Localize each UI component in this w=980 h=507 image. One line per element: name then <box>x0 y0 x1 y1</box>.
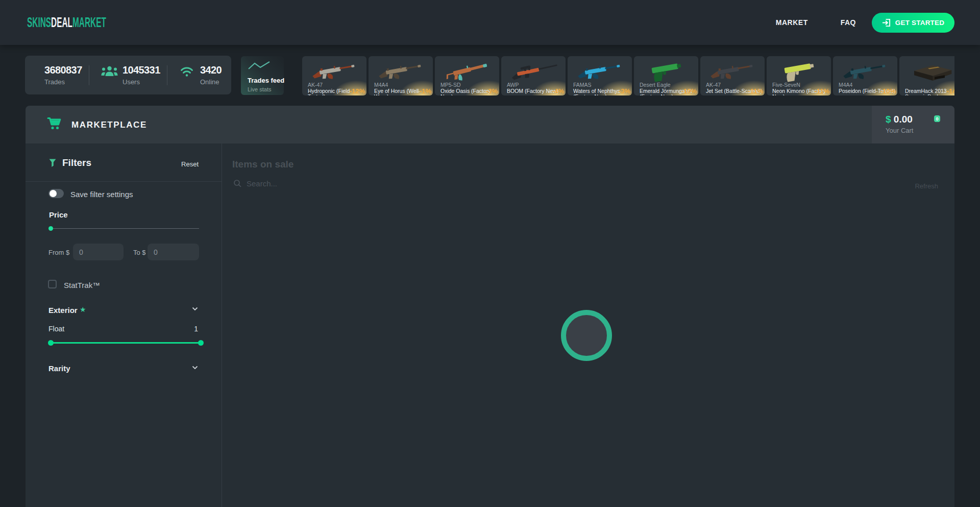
marketplace-bar: MARKETPLACE $ 0.00 Your Cart 0 <box>26 106 954 143</box>
item-discount: -1% <box>420 87 431 95</box>
items-on-sale-title: Items on sale <box>232 159 293 170</box>
price-slider-knob[interactable] <box>48 226 53 231</box>
item-card[interactable]: Five-SeveN Neon Kimono (Factory New) -11… <box>767 56 831 95</box>
item-card[interactable]: AK-47 Jet Set (Battle-Scarred) -11% <box>700 56 765 95</box>
logo-skins: SKINS <box>27 14 51 30</box>
exterior-chevron-icon[interactable] <box>192 307 198 311</box>
trades-feed-card[interactable]: Trades feed Live stats <box>241 56 284 95</box>
nav-market[interactable]: MARKET <box>776 18 808 27</box>
item-discount: -12% <box>350 87 365 95</box>
item-card[interactable]: Desert Eagle Emerald Jörmungandr (Factor… <box>634 56 698 95</box>
price-from-input[interactable] <box>73 244 124 260</box>
filters-sidebar: Filters Reset Save filter settings Price… <box>26 143 222 507</box>
float-slider-knob-max[interactable] <box>198 340 204 346</box>
stat-online-value: 3420 <box>200 64 222 76</box>
cart-badge: 0 <box>934 115 940 122</box>
wifi-icon <box>180 66 193 77</box>
item-discount: -14% <box>947 87 954 95</box>
item-discount: -3% <box>486 87 498 95</box>
item-discount: -3% <box>619 87 630 95</box>
users-icon <box>101 65 118 77</box>
items-strip: AK-47 Hydroponic (Field-Tested) -12% M4A… <box>302 56 954 95</box>
rarity-chevron-icon[interactable] <box>192 366 198 370</box>
item-card[interactable]: AK-47 Hydroponic (Field-Tested) -12% <box>302 56 366 95</box>
filters-divider <box>26 181 222 182</box>
search-icon <box>234 180 241 187</box>
item-discount: -11% <box>814 87 829 95</box>
header: SKINSDEALMARKET MARKET FAQ GET STARTED <box>0 0 980 45</box>
price-label: Price <box>49 210 68 219</box>
rarity-label: Rarity <box>48 364 70 373</box>
item-discount: -4% <box>552 87 564 95</box>
loading-spinner <box>561 310 612 361</box>
price-to-input[interactable] <box>148 244 199 260</box>
save-filter-toggle[interactable] <box>48 189 64 198</box>
filters-title: Filters <box>62 157 91 168</box>
item-discount: -11% <box>748 87 763 95</box>
price-from-label: From $ <box>48 249 69 256</box>
refresh-button[interactable]: Refresh <box>915 182 938 190</box>
item-image <box>309 58 360 83</box>
stat-online-label: Online <box>200 78 219 86</box>
float-label: Float <box>48 325 64 333</box>
stat-users-label: Users <box>122 78 140 86</box>
header-nav: MARKET FAQ GET STARTED <box>776 13 954 33</box>
toggle-knob <box>50 190 57 197</box>
get-started-label: GET STARTED <box>895 19 944 27</box>
item-image <box>442 58 493 83</box>
item-card[interactable]: AWP BOOM (Factory New) -4% <box>501 56 566 95</box>
item-image <box>376 58 427 83</box>
stattrak-label: StatTrak™ <box>64 281 100 289</box>
item-image <box>906 58 954 83</box>
main-panel: Items on sale Refresh <box>222 143 954 507</box>
price-slider-track[interactable] <box>48 228 199 229</box>
stat-trades-value: 3680837 <box>44 64 82 76</box>
stats-divider-2 <box>167 65 167 85</box>
search-input[interactable] <box>247 179 400 188</box>
float-slider-knob-min[interactable] <box>48 340 54 346</box>
trades-feed-title: Trades feed <box>248 77 277 84</box>
save-filter-label: Save filter settings <box>70 190 133 199</box>
cart-icon <box>47 117 61 130</box>
cart-label: Your Cart <box>886 127 913 134</box>
cart-value: 0.00 <box>894 114 913 125</box>
exterior-label: Exterior <box>48 306 78 315</box>
logo-market: MARKET <box>72 14 106 30</box>
item-image <box>575 58 626 83</box>
stats-divider-1 <box>89 65 89 85</box>
filters-reset-button[interactable]: Reset <box>181 160 199 168</box>
trades-feed-subtitle: Live stats <box>248 86 277 92</box>
stats-card: 3680837 Trades 1045331 Users 3420 Online <box>25 56 231 94</box>
logo[interactable]: SKINSDEALMARKET <box>27 14 106 31</box>
item-image <box>774 58 825 83</box>
get-started-button[interactable]: GET STARTED <box>872 13 954 33</box>
filter-icon <box>49 159 56 167</box>
cart-amount: $ 0.00 <box>886 114 913 125</box>
stattrak-checkbox[interactable] <box>48 280 57 288</box>
stat-trades-label: Trades <box>44 78 65 86</box>
float-slider-track[interactable] <box>48 342 201 344</box>
float-value: 1 <box>194 325 198 333</box>
search-bar <box>234 179 400 188</box>
item-card[interactable]: MP5-SD Oxide Oasis (Factory New) -3% <box>435 56 499 95</box>
item-discount: -10% <box>681 87 697 95</box>
logo-deal: DEAL <box>51 14 72 30</box>
item-card[interactable]: M4A4 Eye of Horus (Well-Worn) -1% <box>369 56 433 95</box>
star-icon: ★ <box>80 305 86 313</box>
item-discount: -10% <box>880 87 896 95</box>
item-image <box>840 58 891 83</box>
item-image <box>641 58 692 83</box>
price-to-label: To $ <box>133 249 146 256</box>
nav-faq[interactable]: FAQ <box>841 18 856 27</box>
content: Filters Reset Save filter settings Price… <box>26 143 954 507</box>
cart-currency: $ <box>886 114 891 125</box>
marketplace-title: MARKETPLACE <box>71 120 147 130</box>
item-image <box>707 58 758 83</box>
chart-line-icon <box>248 61 271 71</box>
item-card[interactable]: DreamHack 2013 Souvenir Package -14% <box>899 56 954 95</box>
login-icon <box>882 18 891 27</box>
item-card[interactable]: FAMAS Waters of Nephthys (Factory New) -… <box>568 56 632 95</box>
cart-panel[interactable]: $ 0.00 Your Cart 0 <box>872 106 954 143</box>
item-image <box>508 58 559 83</box>
item-card[interactable]: M4A4 Poseidon (Field-Tested) -10% <box>833 56 897 95</box>
